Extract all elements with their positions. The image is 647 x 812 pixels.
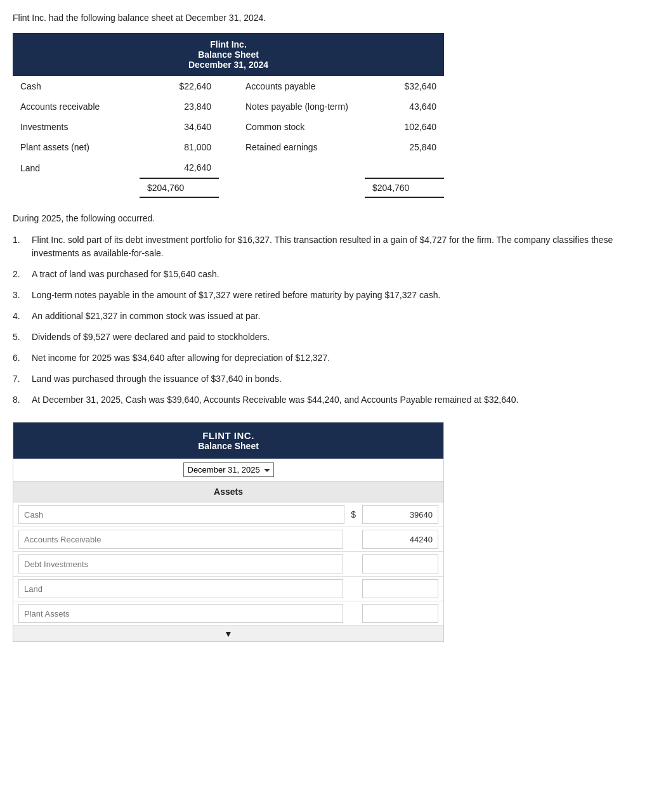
bs2024-title-line3: December 31, 2024	[20, 60, 436, 70]
event-num-7: 7.	[13, 372, 32, 386]
bs2025-date-select[interactable]: December 31, 2025	[183, 462, 274, 477]
event-text-2: A tract of land was purchased for $15,64…	[32, 268, 634, 281]
event-text-4: An additional $21,327 in common stock wa…	[32, 310, 634, 323]
bs2025-label-input-0[interactable]	[18, 505, 344, 524]
balance-sheet-2024-table: Flint Inc. Balance Sheet December 31, 20…	[13, 33, 444, 198]
bs2025-asset-row-2	[13, 552, 443, 577]
right-total-value: $204,760	[365, 178, 444, 197]
left-label-3: Plant assets (net)	[13, 137, 140, 157]
right-label-4	[238, 157, 365, 178]
event-text-8: At December 31, 2025, Cash was $39,640, …	[32, 393, 634, 407]
right-value-4	[365, 157, 444, 178]
right-value-3: 25,840	[365, 137, 444, 157]
bs2025-label-input-3[interactable]	[18, 579, 343, 598]
event-item-6: 6.Net income for 2025 was $34,640 after …	[13, 351, 634, 365]
event-text-3: Long-term notes payable in the amount of…	[32, 289, 634, 302]
bs2025-value-input-2[interactable]	[362, 554, 438, 573]
bs2025-asset-row-0: $	[13, 502, 443, 527]
bs2025-value-input-4[interactable]	[362, 604, 438, 623]
bs2025-header: FLINT INC. Balance Sheet	[13, 422, 443, 459]
bs2025-title-sub: Balance Sheet	[21, 441, 436, 451]
during-2025-heading: During 2025, the following occurred.	[13, 213, 634, 223]
event-num-5: 5.	[13, 331, 32, 344]
event-text-6: Net income for 2025 was $34,640 after al…	[32, 351, 634, 365]
bs2025-dollar-sign-0: $	[350, 509, 357, 520]
bs2025-assets-header: Assets	[13, 481, 443, 502]
left-value-1: 23,840	[140, 96, 219, 117]
event-item-2: 2.A tract of land was purchased for $15,…	[13, 268, 634, 281]
event-item-3: 3.Long-term notes payable in the amount …	[13, 289, 634, 302]
bs2025-value-input-1[interactable]	[362, 530, 438, 549]
left-total-value: $204,760	[140, 178, 219, 197]
left-label-1: Accounts receivable	[13, 96, 140, 117]
event-num-4: 4.	[13, 310, 32, 323]
bs2025-asset-row-1	[13, 527, 443, 552]
event-item-8: 8.At December 31, 2025, Cash was $39,640…	[13, 393, 634, 407]
event-text-7: Land was purchased through the issuance …	[32, 372, 634, 386]
left-value-0: $22,640	[140, 76, 219, 96]
event-text-5: Dividends of $9,527 were declared and pa…	[32, 331, 634, 344]
bs2025-asset-row-4	[13, 601, 443, 625]
right-label-2: Common stock	[238, 117, 365, 137]
bs2025-value-input-0[interactable]	[362, 505, 438, 524]
bs2025-asset-row-3	[13, 577, 443, 601]
right-value-1: 43,640	[365, 96, 444, 117]
right-label-0: Accounts payable	[238, 76, 365, 96]
bs2025-title-main: FLINT INC.	[21, 430, 436, 441]
events-list: 1.Flint Inc. sold part of its debt inves…	[13, 233, 634, 407]
event-item-7: 7.Land was purchased through the issuanc…	[13, 372, 634, 386]
event-text-1: Flint Inc. sold part of its debt investm…	[32, 233, 634, 260]
event-num-8: 8.	[13, 393, 32, 407]
bs2025-label-input-4[interactable]	[18, 604, 343, 623]
left-value-4: 42,640	[140, 157, 219, 178]
bs2025-label-input-2[interactable]	[18, 554, 343, 573]
scroll-down-button[interactable]: ▼	[13, 625, 443, 641]
balance-sheet-2025-container: FLINT INC. Balance Sheet December 31, 20…	[13, 422, 444, 642]
right-label-3: Retained earnings	[238, 137, 365, 157]
event-item-4: 4.An additional $21,327 in common stock …	[13, 310, 634, 323]
bs2024-title-line1: Flint Inc.	[20, 39, 436, 49]
bs2024-title-line2: Balance Sheet	[20, 49, 436, 60]
right-label-1: Notes payable (long-term)	[238, 96, 365, 117]
intro-text: Flint Inc. had the following balance she…	[13, 13, 634, 23]
event-item-5: 5.Dividends of $9,527 were declared and …	[13, 331, 634, 344]
event-num-6: 6.	[13, 351, 32, 365]
left-value-2: 34,640	[140, 117, 219, 137]
event-num-2: 2.	[13, 268, 32, 281]
right-total-label	[238, 178, 365, 197]
event-num-3: 3.	[13, 289, 32, 302]
bs2025-label-input-1[interactable]	[18, 530, 343, 549]
right-value-0: $32,640	[365, 76, 444, 96]
bs2025-date-row: December 31, 2025	[13, 459, 443, 481]
bs2025-value-input-3[interactable]	[362, 579, 438, 598]
left-label-0: Cash	[13, 76, 140, 96]
event-num-1: 1.	[13, 233, 32, 260]
right-value-2: 102,640	[365, 117, 444, 137]
event-item-1: 1.Flint Inc. sold part of its debt inves…	[13, 233, 634, 260]
left-label-2: Investments	[13, 117, 140, 137]
bs2025-asset-rows: $	[13, 502, 443, 625]
left-label-4: Land	[13, 157, 140, 178]
left-total-label	[13, 178, 140, 197]
left-value-3: 81,000	[140, 137, 219, 157]
